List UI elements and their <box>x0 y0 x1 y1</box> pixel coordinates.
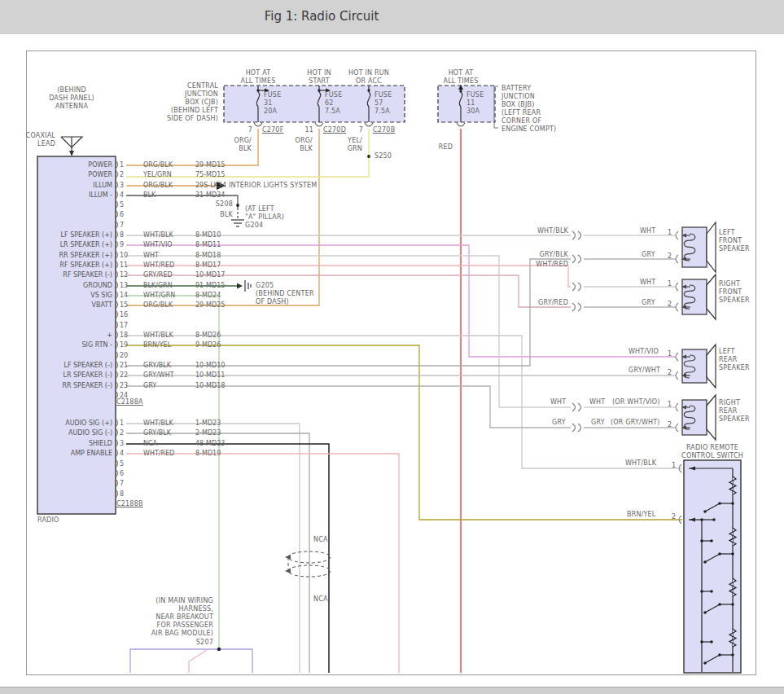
wire-color: NCA <box>143 440 157 448</box>
rr-pin1: 1 <box>668 401 672 409</box>
wire-color: WHT/GRN <box>143 292 175 300</box>
radio-connector-a-pins: POWER ) 1 ORG/BLK 29-MD15 POWER ) 2 YEL/… <box>24 160 244 401</box>
pin-bracket-icon: ) <box>116 381 119 389</box>
left-rear-speaker <box>676 345 716 388</box>
pin-row: LR SPEAKER (+) ) 9 WHT/VIO 8-MD11 <box>24 240 244 250</box>
pin-number: 23 <box>120 382 128 390</box>
circuit-number: 48-MD23 <box>195 440 225 448</box>
circuit-number: 8-MD19 <box>195 450 221 458</box>
pin-function: GROUND <box>16 282 112 290</box>
pin-row: + ) 18 WHT/BLK 8-MD26 <box>24 331 244 340</box>
pin-function: RF SPEAKER (-) <box>16 271 112 279</box>
cjb-label: CENTRAL JUNCTION BOX (CJB) (BEHIND LEFT … <box>137 82 218 123</box>
fuse31-hot-label: HOT AT ALL TIMES <box>230 69 287 86</box>
pin-row: ) 7 <box>24 479 244 489</box>
pin-number: 8 <box>120 231 124 239</box>
circuit-number: 8-MD24 <box>195 292 221 300</box>
fuse57-hot-label: HOT IN RUN OR ACC <box>340 69 397 86</box>
pin-bracket-icon: ) <box>116 191 119 199</box>
c270f-pin: 7 <box>236 126 252 134</box>
right-rear-speaker-label: RIGHT REAR SPEAKER <box>719 399 750 424</box>
pin-bracket-icon: ) <box>116 281 119 289</box>
inline-connectors <box>572 231 581 432</box>
pin-row: VBATT ) 15 ORG/BLK 29-MD25 <box>24 301 244 310</box>
s207-note-label: (IN MAIN WIRING HARNESS, NEAR BREAKOUT F… <box>147 597 213 638</box>
pin-function: + <box>16 332 112 340</box>
rr-pin2: 2 <box>668 421 672 429</box>
pin-number: 3 <box>120 182 124 190</box>
pin-function: SIG RTN - <box>16 341 112 349</box>
pin-row: LR SPEAKER (-) ) 22 GRY/WHT 10-MD11 <box>24 371 244 380</box>
pin-bracket-icon: ) <box>116 321 119 329</box>
lf-wire1b-label: WHT <box>640 227 655 235</box>
wire-color: ORG/BLK <box>143 182 173 190</box>
circuit-number: 8-MD11 <box>195 241 221 249</box>
rr-wire2-label: GRY <box>552 419 566 427</box>
pin-function: POWER <box>16 161 112 169</box>
pin-row: ) 17 <box>24 321 244 331</box>
pin-function: ILLUM <box>16 182 112 190</box>
pin-number: 11 <box>120 261 128 270</box>
bjb-fuse-label: FUSE 11 30A <box>466 91 484 116</box>
pin-bracket-icon: ) <box>116 439 119 447</box>
circuit-number: 2-MD23 <box>195 429 221 437</box>
pin-row: POWER ) 1 ORG/BLK 29-MD15 <box>24 160 244 170</box>
pin-bracket-icon: ) <box>116 361 119 369</box>
pin-row: RR SPEAKER (+) ) 10 WHT 8-MD18 <box>24 251 244 261</box>
circuit-number: 31-MD34 <box>195 191 225 200</box>
fuse57-label: FUSE 57 7.5A <box>374 91 392 116</box>
circuit-number: 29-MD15 <box>195 161 225 169</box>
pin-number: 3 <box>120 440 124 448</box>
wire-color: BRN/YEL <box>143 341 171 349</box>
circuit-number: 8-MD26 <box>195 332 221 340</box>
pin-function: RR SPEAKER (+) <box>16 252 112 260</box>
circuit-number: 10-MD18 <box>195 382 225 390</box>
pin-row: POWER ) 2 YEL/GRN 75-MD15 <box>24 170 244 180</box>
antenna-label: (BEHIND DASH PANEL) ANTENNA <box>31 86 112 111</box>
radio-connector-b-pins: AUDIO SIG (+) ) 1 WHT/BLK 1-MD23 AUDIO S… <box>24 419 244 499</box>
pin-row: AUDIO SIG (+) ) 1 WHT/BLK 1-MD23 <box>24 419 244 428</box>
rf-pin2: 2 <box>668 301 672 309</box>
right-rear-speaker <box>676 395 716 440</box>
wire-color: GRY/BLK <box>143 362 171 370</box>
pin-row: ) 20 <box>24 351 244 361</box>
pin-number: 15 <box>120 301 128 310</box>
rf-wire1b-label: WHT <box>640 279 655 287</box>
pin-number: 5 <box>120 201 124 209</box>
pin-function: RF SPEAKER (+) <box>16 261 112 270</box>
splice-s207 <box>217 648 221 651</box>
wire-color: WHT <box>143 252 159 260</box>
pin-function: AUDIO SIG (+) <box>16 419 112 428</box>
left-front-speaker <box>676 222 716 272</box>
pin-row: RF SPEAKER (-) ) 12 GRY/RED 10-MD17 <box>24 270 244 280</box>
circuit-number: 9-MD26 <box>195 341 221 349</box>
pin-number: 2 <box>120 429 124 437</box>
pin-row: LF SPEAKER (+) ) 8 WHT/BLK 8-MD10 <box>24 231 244 240</box>
bjb-hot-label: HOT AT ALL TIMES <box>432 69 489 86</box>
pin-row: VS SIG ) 14 WHT/GRN 8-MD24 <box>24 291 244 301</box>
pin-row: LF SPEAKER (-) ) 21 GRY/BLK 10-MD10 <box>24 361 244 371</box>
c270b-pin: 7 <box>347 126 363 134</box>
wire-color: GRY <box>143 382 156 390</box>
rr-wire1b-label: WHT <box>589 398 605 406</box>
rf-wire2-label: GRY/RED <box>529 299 568 307</box>
pin-row: AMP ENABLE ) 4 WHT/RED 8-MD19 <box>24 449 244 459</box>
right-front-speaker-label: RIGHT FRONT SPEAKER <box>719 280 750 305</box>
switch-wire1-label: WHT/BLK <box>625 459 656 468</box>
rr-wire2b-label: GRY <box>591 419 605 427</box>
rr-alt1-label: (OR WHT/VIO) <box>612 398 660 406</box>
wire-pnk-s207 <box>189 650 207 673</box>
pin-bracket-icon: ) <box>116 351 119 359</box>
pin-bracket-icon: ) <box>116 301 119 309</box>
pin-bracket-icon: ) <box>116 261 119 269</box>
pin-number: 16 <box>120 311 128 319</box>
fuse62-label: FUSE 62 7.5A <box>325 91 342 116</box>
pin-function: LR SPEAKER (-) <box>16 371 112 380</box>
pin-row: ) 6 <box>24 469 244 479</box>
pin-row: ILLUM ) 3 ORG/BLK 29S-LK34 <box>24 181 244 191</box>
pin-function: AUDIO SIG (-) <box>16 429 112 437</box>
lr-pin2: 2 <box>668 369 672 377</box>
pin-row: RR SPEAKER (-) ) 23 GRY 10-MD18 <box>24 381 244 391</box>
pin-function: SHIELD <box>16 440 112 448</box>
circuit-number: 10-MD17 <box>195 271 225 279</box>
